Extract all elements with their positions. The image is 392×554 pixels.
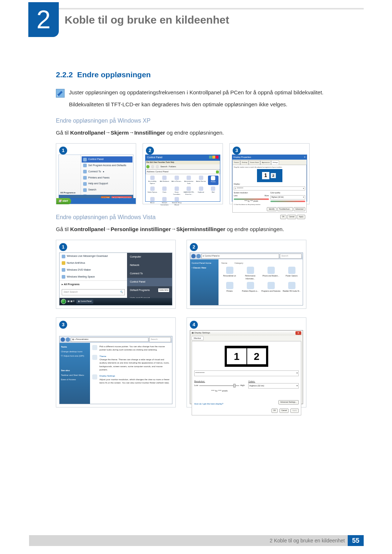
cp-icon[interactable]: SAMSUNG PRI-Driver for... (184, 186, 195, 196)
cp-icon[interactable]: Keyboard (196, 186, 207, 196)
forward-icon[interactable] (196, 254, 201, 258)
cp-icon[interactable]: Mail (208, 186, 219, 196)
menu-item-connect-to[interactable]: Connect To ▸ (83, 169, 131, 175)
close-icon[interactable]: ✕ (304, 156, 306, 159)
up-icon[interactable] (156, 165, 159, 168)
menu-item-help[interactable]: Help and Support (83, 181, 131, 187)
help-link[interactable]: How do I get the best display? (194, 402, 223, 406)
primary-monitor-checkbox[interactable]: ☐ Use this device as the primary monitor… (234, 204, 305, 206)
toolbar[interactable]: Search Folders (146, 164, 220, 169)
breadcrumb[interactable]: ▦ « Personalization (71, 337, 148, 342)
tab-appearance[interactable]: Appearance (260, 160, 271, 164)
sidebar-item-classic[interactable]: • Classic View (192, 266, 217, 270)
slider-thumb[interactable] (233, 384, 236, 387)
cancel-button[interactable]: Cancel (287, 215, 297, 219)
color-quality-dropdown[interactable]: Highest (32 bit)▾ (270, 195, 306, 200)
tab-themes[interactable]: Themes (232, 160, 240, 164)
start-orb[interactable] (61, 299, 66, 304)
forward-icon[interactable] (66, 337, 70, 342)
address-bar[interactable]: Address Control Panel (146, 169, 220, 174)
section-mouse-pointers[interactable]: Pick a different mouse pointer. You can … (92, 345, 170, 352)
cp-icon[interactable]: Realtek HD Audio M... (282, 282, 301, 293)
cp-icon-personalization[interactable]: Personalizati on (220, 267, 239, 280)
monitor-1[interactable]: 1 (262, 172, 269, 179)
sidebar-item-home[interactable]: Control Panel Home (192, 261, 217, 266)
tab-monitor[interactable]: Monitor (191, 336, 204, 340)
start-button[interactable]: 🪟 start (56, 198, 71, 204)
close-icon[interactable]: ✕ (295, 331, 301, 335)
cancel-button[interactable]: Cancel (279, 409, 289, 413)
taskbar-item-control-panel[interactable]: ▦ Control Panel (76, 299, 93, 304)
search-input[interactable]: Search (149, 337, 171, 342)
task-adjust-font-size[interactable]: 🛡 Adjust font size (DPI) (61, 354, 89, 358)
link-taskbar-startmenu[interactable]: Taskbar and Start Menu (61, 373, 89, 377)
section-theme[interactable]: ThemeChange the theme. Themes can change… (92, 355, 170, 372)
cp-icon[interactable]: Printers (220, 282, 239, 293)
window-buttons[interactable] (209, 156, 219, 160)
display-dropdown[interactable]: 1. *********▾ (234, 186, 305, 191)
menu-item-printers[interactable]: Printers and Faxes (83, 175, 131, 181)
cp-icon[interactable]: Add or Remov... (171, 176, 182, 185)
menu-item-control-panel[interactable]: Control Panel (82, 156, 132, 163)
go-icon[interactable] (216, 171, 219, 173)
cp-icon[interactable]: Network Setup Wizard (171, 197, 182, 206)
colors-dropdown[interactable]: Highest (32 bit)▾ (248, 383, 299, 389)
cp-icon[interactable]: Mouse (147, 197, 158, 206)
cp-icon[interactable]: Phone and Modem... (261, 267, 281, 280)
menu-item-norton[interactable]: Norton AntiVirus (60, 260, 127, 267)
identify-button[interactable]: Identify (267, 207, 276, 212)
menu-item-program-access[interactable]: Set Program Access and Defaults (83, 163, 131, 169)
menu-item-meetingspace[interactable]: Windows Meeting Space (60, 274, 127, 280)
cp-icon[interactable]: Folder Options (147, 186, 158, 196)
resolution-slider[interactable]: Low High (194, 384, 245, 387)
menu-item-network[interactable]: Network (127, 261, 172, 270)
cp-icon[interactable]: Power Options (282, 267, 301, 280)
menu-item-control-panel[interactable]: Control Panel (127, 278, 172, 286)
display-dropdown[interactable]: ***********▾ (194, 370, 299, 376)
cp-icon[interactable]: Administrative Tools (184, 176, 195, 185)
monitor-2[interactable]: 2 (246, 348, 266, 364)
cp-icon[interactable]: Fonts (159, 186, 170, 196)
back-icon[interactable] (146, 165, 150, 168)
menu-item-search[interactable]: Search (83, 187, 131, 193)
menu-item-default-programs[interactable]: Default ProgramsCusto remo (127, 286, 172, 295)
cp-icon[interactable]: Accessibility Options (147, 176, 158, 185)
cp-icon[interactable]: Problem Reports a... (241, 282, 260, 293)
monitor-arrangement[interactable]: 1 2 (225, 346, 268, 367)
task-change-desktop-icons[interactable]: Change desktop icons (61, 350, 89, 354)
search-input[interactable]: Search (280, 254, 302, 258)
cp-icon[interactable]: Adobe Gamma (196, 176, 207, 185)
menu-item-messenger[interactable]: Windows Live Messenger Download (60, 253, 127, 260)
tab-desktop[interactable]: Desktop (240, 160, 249, 164)
menu-item-connect-to[interactable]: Connect To (127, 270, 172, 278)
ok-button[interactable]: OK (280, 215, 286, 219)
cp-icon[interactable]: Add Hardware (159, 176, 170, 185)
troubleshoot-button[interactable]: Troubleshoot... (277, 207, 293, 212)
breadcrumb[interactable]: ▸ Control Panel ▸ (201, 254, 279, 258)
advanced-settings-button[interactable]: Advanced Settings... (278, 400, 299, 405)
folders-label[interactable]: Folders (169, 165, 176, 168)
tab-screensaver[interactable]: Screen Saver (249, 160, 260, 164)
search-label[interactable]: Search (160, 165, 167, 168)
section-display-settings[interactable]: Display SettingsAdjust your monitor reso… (92, 374, 170, 385)
cp-icon[interactable]: Game Controllers (171, 186, 182, 196)
back-icon[interactable] (61, 337, 65, 342)
menu-item-dvdmaker[interactable]: Windows DVD Maker (60, 267, 127, 274)
advanced-button[interactable]: Advanced (294, 207, 305, 212)
tab-settings[interactable]: Settings (271, 160, 279, 164)
ok-button[interactable]: OK (271, 409, 278, 413)
cp-icon[interactable]: Network Connections (159, 197, 170, 206)
link-ease-of-access[interactable]: Ease of Access (61, 378, 89, 382)
cp-icon[interactable]: Performance Informatio... (241, 267, 260, 280)
apply-button[interactable]: Apply (290, 409, 299, 413)
back-icon[interactable] (191, 254, 196, 258)
apply-button[interactable]: Apply (297, 215, 305, 219)
monitor-arrangement[interactable]: 1 2 (257, 169, 282, 182)
cp-icon[interactable]: Programs and Features (261, 282, 281, 293)
all-programs-label[interactable]: All Programs ▸ (60, 191, 79, 194)
monitor-1[interactable]: 1 (227, 348, 246, 364)
menu-bar[interactable]: File Edit View Favorites Tools Help (146, 161, 220, 164)
monitor-2[interactable]: 2 (271, 173, 276, 178)
menu-item-computer[interactable]: Computer (127, 253, 172, 261)
forward-icon[interactable] (151, 165, 154, 168)
